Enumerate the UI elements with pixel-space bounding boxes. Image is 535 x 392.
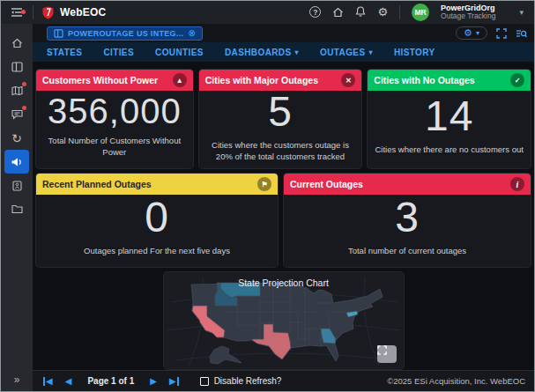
app-header: WebEOC ? ⚙ MR PowerGridOrg Outage Tracki… [1,1,534,24]
notification-dot [21,10,26,14]
card-header: Recent Planned Outages ⚑ [36,174,278,195]
nav-item-outages[interactable]: OUTAGES▾ [320,48,373,57]
badge-dot [22,82,26,86]
card-caption: Cities where there are no customers out [368,137,530,164]
card-cities-no-outages: Cities with No Outages ✓ 14 Cities where… [368,70,531,168]
map-icon [11,85,23,96]
card-title: Current Outages [290,179,363,189]
page-indicator: Page 1 of 1 [87,376,134,386]
card-header: Customers Without Power ▲ [36,70,193,91]
checkbox-label: Disable Refresh? [214,376,282,386]
megaphone-icon [11,157,23,167]
gear-icon: ⚙ [464,28,472,38]
badge-dot [22,106,26,110]
card-title: Customers Without Power [42,75,158,85]
settings-button[interactable]: ⚙ [377,6,388,18]
webeoc-window: WebEOC ? ⚙ MR PowerGridOrg Outage Tracki… [0,0,535,392]
card-current-outages: Current Outages i 3 Total number of curr… [284,174,531,267]
org-subtitle: Outage Tracking [441,12,495,21]
webeoc-shield-icon [42,6,54,19]
disable-refresh-checkbox[interactable]: Disable Refresh? [200,376,282,386]
map-fullscreen-button[interactable] [377,345,397,363]
tab-bar: POWEROUTAGE US INTEG... ⊗ ⚙ ▾ [33,24,534,42]
sidebar-item-home[interactable] [4,31,29,55]
sidebar-expand-button[interactable]: » [14,374,20,386]
sidebar-item-contacts[interactable] [4,174,29,197]
sidebar-item-broadcast[interactable] [4,150,29,174]
nav-item-cities[interactable]: CITIES [103,48,134,57]
card-header: Current Outages i [284,174,531,195]
nav-item-history[interactable]: HISTORY [394,48,435,57]
expand-arrows-icon [377,345,387,355]
card-value: 356,000 [48,93,182,129]
card-value: 5 [268,91,293,133]
tab-poweroutage-us[interactable]: POWEROUTAGE US INTEG... ⊗ [47,26,203,41]
dashboard-content: Customers Without Power ▲ 356,000 Total … [33,62,534,370]
chevron-down-icon: ▾ [369,48,373,56]
state-projection-chart: State Projection Chart [164,272,404,369]
user-menu-caret-icon[interactable]: ▾ [507,8,527,17]
card-value: 3 [395,196,420,239]
card-customers-without-power: Customers Without Power ▲ 356,000 Total … [36,70,193,168]
divider [399,5,400,19]
home-button[interactable] [332,7,344,18]
folder-icon [11,204,23,214]
app-logo[interactable]: WebEOC [33,6,115,19]
board-icon [11,62,23,72]
view-nav: STATES CITIES COUNTIES DASHBOARDS▾ OUTAG… [33,42,534,62]
tab-close-icon[interactable]: ⊗ [188,29,195,38]
help-button[interactable]: ? [309,6,321,18]
check-circle-icon: ✓ [510,73,524,87]
next-page-button[interactable]: ▶ [150,377,157,386]
home-icon [332,7,344,18]
chevron-down-icon: ▾ [476,29,479,37]
first-page-button[interactable]: ◀ [43,377,53,386]
card-title: Cities with No Outages [374,75,474,85]
sidebar: ↻ » [1,24,33,391]
card-caption: Outages planned For the next five days [77,239,237,265]
nav-item-dashboards[interactable]: DASHBOARDS▾ [225,48,299,57]
warning-triangle-icon: ▲ [173,73,187,87]
card-caption: Total Number of Customers Without Power [36,129,193,166]
home-icon [11,38,23,48]
card-value: 0 [145,196,169,239]
previous-page-button[interactable]: ◀ [65,377,72,386]
user-avatar[interactable]: MR [412,4,429,21]
notifications-button[interactable] [355,6,366,18]
card-header: Cities with No Outages ✓ [368,70,531,91]
menu-toggle-button[interactable] [1,7,33,18]
sidebar-item-folders[interactable] [4,197,29,221]
tab-label: POWEROUTAGE US INTEG... [68,29,183,38]
app-title: WebEOC [60,6,106,18]
flag-icon: ⚑ [257,177,271,191]
nav-item-counties[interactable]: COUNTIES [155,48,204,57]
card-recent-planned-outages: Recent Planned Outages ⚑ 0 Outages plann… [36,174,278,267]
info-icon: i [510,177,524,191]
card-title: Cities with Major Outages [205,75,318,85]
org-info: PowerGridOrg Outage Tracking [441,4,495,21]
cancel-circle-icon: ✕ [341,73,355,87]
sidebar-item-maps[interactable] [4,78,29,102]
contacts-book-icon [11,181,23,191]
search-list-icon [516,28,527,39]
sync-icon: ↻ [11,132,22,144]
card-value: 14 [425,95,473,137]
checkbox-box[interactable] [200,377,209,386]
fullscreen-icon [496,28,507,39]
sidebar-item-boards[interactable] [4,55,29,78]
fullscreen-button[interactable] [496,28,507,39]
state-alaska[interactable] [210,346,241,364]
search-board-button[interactable] [516,28,527,39]
card-caption: Cities where the customers outage is 20%… [199,133,362,168]
chevron-down-icon: ▾ [295,48,299,56]
map-title: State Projection Chart [164,277,404,288]
card-title: Recent Planned Outages [42,179,152,189]
bell-icon [355,6,366,18]
sidebar-item-messages[interactable] [4,102,29,126]
nav-item-states[interactable]: STATES [47,48,82,57]
last-page-button[interactable]: ▶ [169,377,179,386]
board-settings-dropdown[interactable]: ⚙ ▾ [456,26,487,40]
help-icon: ? [309,6,321,18]
sidebar-item-sync[interactable]: ↻ [4,126,29,150]
copyright-text: ©2025 ESi Acquisition, Inc. WebEOC [387,376,525,386]
